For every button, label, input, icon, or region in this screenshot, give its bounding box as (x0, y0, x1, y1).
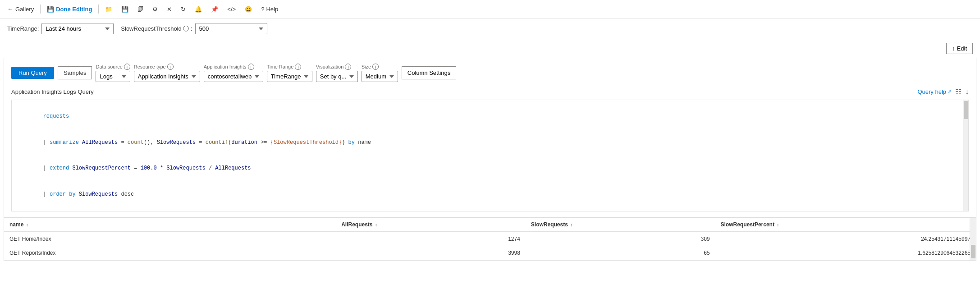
data-source-info-icon[interactable]: i (124, 64, 130, 70)
query-actions: Query help ↗ ☷ ↓ (917, 87, 969, 96)
refresh-icon: ↻ (181, 6, 186, 13)
size-control: Size i Medium (362, 64, 398, 82)
table-row: GET Reports/Index 3998 65 1.625812906453… (4, 246, 976, 260)
query-controls: Run Query Samples Data source i Logs Res… (11, 64, 969, 82)
resource-type-label: Resource type i (134, 64, 200, 70)
edit-btn-container: ↑ Edit (0, 39, 980, 58)
table-icon[interactable]: ☷ (955, 87, 962, 96)
slow-threshold-param-label: SlowRequestThreshold ⓘ : (121, 25, 192, 33)
save-icon: 💾 (47, 6, 54, 13)
visualization-control: Visualization i Set by q... (316, 64, 358, 82)
resource-type-control: Resource type i Application Insights (134, 64, 200, 82)
table-header: name ↕ AllRequests ↕ SlowRequests ↕ Slow… (4, 218, 976, 232)
folder-icon-button[interactable]: 📁 (101, 4, 116, 14)
query-title: Application Insights Logs Query (11, 88, 94, 95)
col-header-name[interactable]: name ↕ (4, 218, 336, 232)
time-range-param-label: TimeRange: (7, 25, 39, 32)
toolbar-divider-2 (98, 5, 99, 14)
bell-icon: 🔔 (195, 6, 202, 13)
resource-type-select[interactable]: Application Insights (134, 71, 200, 82)
visualization-info-icon[interactable]: i (345, 64, 351, 70)
done-editing-button[interactable]: 💾 Done Editing (43, 4, 96, 14)
query-section: Run Query Samples Data source i Logs Res… (4, 58, 976, 217)
data-source-select[interactable]: Logs (96, 71, 130, 82)
table-header-row: name ↕ AllRequests ↕ SlowRequests ↕ Slow… (4, 218, 976, 232)
code-line-3: | extend SlowRequestPercent = 100.0 * Sl… (17, 156, 963, 182)
gallery-button[interactable]: ← Gallery (4, 4, 37, 14)
app-insights-info-icon[interactable]: i (248, 64, 254, 70)
col-header-slowrequests[interactable]: SlowRequests ↕ (526, 218, 715, 232)
results-section: name ↕ AllRequests ↕ SlowRequests ↕ Slow… (4, 217, 976, 260)
toolbar-divider-1 (40, 5, 41, 14)
code-icon: </> (227, 6, 236, 13)
bell-icon-button[interactable]: 🔔 (191, 4, 206, 14)
cell-name-0: GET Home/Index (4, 232, 336, 246)
slow-threshold-select[interactable]: 500 (195, 23, 267, 34)
cell-name-1: GET Reports/Index (4, 246, 336, 260)
copy-icon-button[interactable]: 🗐 (134, 4, 147, 14)
close-icon: ✕ (167, 6, 172, 13)
data-source-control: Data source i Logs (96, 64, 130, 82)
edit-button[interactable]: ↑ Edit (946, 43, 973, 54)
size-label: Size i (362, 64, 398, 70)
emoji-icon: 😀 (245, 6, 252, 13)
time-range-select[interactable]: Last 24 hours (41, 23, 114, 34)
floppy-icon: 💾 (121, 6, 128, 13)
table-scrollbar[interactable] (970, 218, 976, 260)
edit-button-label: ↑ Edit (952, 45, 967, 52)
col-header-allrequests[interactable]: AllRequests ↕ (336, 218, 526, 232)
time-range-control: Time Range i TimeRange (267, 64, 312, 82)
cell-slowpercent-1: 1.6258129064532265 (715, 246, 976, 260)
emoji-icon-button[interactable]: 😀 (241, 4, 256, 14)
time-range-info-icon[interactable]: i (295, 64, 301, 70)
pin-icon: 📌 (211, 6, 218, 13)
app-insights-select[interactable]: contosoretailweb (204, 71, 263, 82)
data-source-label: Data source i (96, 64, 130, 70)
refresh-icon-button[interactable]: ↻ (177, 4, 189, 14)
time-range-ctrl-label: Time Range i (267, 64, 312, 70)
col-header-slowpercent[interactable]: SlowRequestPercent ↕ (715, 218, 976, 232)
app-insights-control: Application Insights i contosoretailweb (204, 64, 263, 82)
question-icon: ? (261, 6, 264, 13)
floppy-icon-button[interactable]: 💾 (118, 4, 132, 14)
samples-button[interactable]: Samples (58, 66, 92, 79)
sort-icon-name: ↕ (26, 222, 28, 227)
column-settings-container: Column Settings (402, 66, 456, 79)
query-help-link[interactable]: Query help ↗ (917, 88, 952, 95)
size-select[interactable]: Medium (362, 71, 398, 82)
cell-allrequests-0: 1274 (336, 232, 526, 246)
pin-icon-button[interactable]: 📌 (207, 4, 222, 14)
settings-icon: ⚙ (152, 6, 158, 13)
folder-icon: 📁 (105, 6, 112, 13)
resource-type-info-icon[interactable]: i (167, 64, 174, 70)
editor-scrollbar[interactable] (963, 100, 968, 211)
time-range-ctrl-select[interactable]: TimeRange (267, 71, 312, 82)
sort-icon-slowpercent: ↕ (777, 222, 779, 227)
cell-slowpercent-0: 24.25431711145997 (715, 232, 976, 246)
help-label: Help (266, 6, 278, 13)
main-content: Run Query Samples Data source i Logs Res… (4, 58, 976, 261)
code-line-2: | summarize AllRequests = count(), SlowR… (17, 130, 963, 156)
table-scrollbar-thumb (971, 245, 975, 258)
download-icon[interactable]: ↓ (965, 88, 969, 96)
settings-icon-button[interactable]: ⚙ (149, 4, 161, 14)
query-title-bar: Application Insights Logs Query Query he… (11, 87, 969, 96)
code-icon-button[interactable]: </> (224, 4, 239, 14)
help-icon-button[interactable]: ? Help (257, 4, 282, 14)
copy-icon: 🗐 (137, 6, 143, 13)
app-insights-label: Application Insights i (204, 64, 263, 70)
column-settings-button[interactable]: Column Settings (402, 66, 456, 79)
results-table: name ↕ AllRequests ↕ SlowRequests ↕ Slow… (4, 218, 976, 260)
visualization-select[interactable]: Set by q... (316, 71, 358, 82)
cell-slowrequests-0: 309 (526, 232, 715, 246)
code-editor[interactable]: requests | summarize AllRequests = count… (11, 100, 969, 211)
gallery-label: Gallery (15, 6, 34, 13)
size-info-icon[interactable]: i (372, 64, 379, 70)
cell-allrequests-1: 3998 (336, 246, 526, 260)
time-range-param: TimeRange: Last 24 hours (7, 23, 114, 34)
code-line-4: | order by SlowRequests desc (17, 182, 963, 208)
toolbar: ← Gallery 💾 Done Editing 📁 💾 🗐 ⚙ ✕ ↻ 🔔 📌… (0, 0, 980, 18)
run-query-button[interactable]: Run Query (11, 67, 54, 79)
external-link-icon: ↗ (948, 89, 952, 95)
close-icon-button[interactable]: ✕ (163, 4, 175, 14)
